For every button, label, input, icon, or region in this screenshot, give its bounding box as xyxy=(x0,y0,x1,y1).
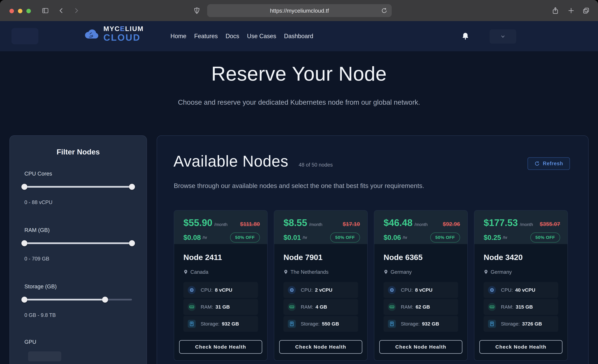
brand-wordmark: MYCELIUM CLOUD xyxy=(103,25,144,42)
node-name: Node 6365 xyxy=(383,253,458,262)
cpu-range-slider[interactable] xyxy=(25,183,132,190)
brand-logo[interactable]: MYCELIUM CLOUD xyxy=(84,25,144,42)
discount-badge: 50% OFF xyxy=(230,232,260,243)
location-pin-icon xyxy=(484,269,488,275)
monthly-price: $55.90 xyxy=(183,217,212,228)
spec-label: CPU: xyxy=(501,287,513,293)
shield-icon[interactable] xyxy=(192,6,201,15)
storage-icon xyxy=(288,320,296,328)
original-price: $92.96 xyxy=(443,221,460,227)
ram-spec-row: RAM: 315 GB xyxy=(484,299,558,315)
nav-link-home[interactable]: Home xyxy=(170,33,186,40)
cloud-brain-logo-icon xyxy=(84,26,100,42)
node-card[interactable]: $46.48 /month $92.96 $0.06 /hr 50% OFF N… xyxy=(374,210,468,361)
traffic-lights xyxy=(9,9,31,13)
per-hour-label: /hr xyxy=(202,235,207,240)
location-pin-icon xyxy=(383,269,388,275)
original-price: $355.07 xyxy=(540,221,560,227)
slider-handle-min[interactable] xyxy=(21,297,27,303)
spec-label: RAM: xyxy=(301,304,313,310)
node-card[interactable]: $8.55 /month $17.10 $0.01 /hr 50% OFF No… xyxy=(274,210,368,361)
node-location: Germany xyxy=(390,269,412,275)
cpu-icon xyxy=(488,286,496,294)
user-menu[interactable] xyxy=(490,29,516,44)
filter-range-text: 0 - 709 GB xyxy=(25,256,132,262)
nav-link-docs[interactable]: Docs xyxy=(225,33,239,40)
node-location: Canada xyxy=(190,269,208,275)
storage-icon xyxy=(388,320,396,328)
storage-range-slider[interactable] xyxy=(25,296,132,303)
monthly-price: $8.55 xyxy=(283,217,307,228)
hourly-price: $0.25 xyxy=(484,234,501,241)
hourly-price: $0.01 xyxy=(283,234,301,241)
node-card[interactable]: $55.90 /month $111.80 $0.08 /hr 50% OFF … xyxy=(174,210,267,361)
slider-handle-min[interactable] xyxy=(21,184,27,190)
filter-cpu-cores: CPU Cores 0 - 88 vCPU xyxy=(25,171,132,205)
forward-button[interactable] xyxy=(72,6,80,15)
check-node-health-button[interactable]: Check Node Health xyxy=(279,340,362,354)
check-node-health-button[interactable]: Check Node Health xyxy=(179,340,262,354)
location-pin-icon xyxy=(183,269,188,275)
ram-icon xyxy=(188,303,196,311)
spec-value: 8 vCPU xyxy=(415,287,432,293)
spec-value: 3726 GB xyxy=(522,321,542,327)
page-title: Reserve Your Node xyxy=(0,62,598,85)
spec-value: 62 GB xyxy=(415,304,430,310)
sidebar-toggle-icon[interactable] xyxy=(41,6,50,15)
discount-badge: 50% OFF xyxy=(530,232,560,243)
notification-bell-icon[interactable] xyxy=(461,32,469,41)
address-bar[interactable] xyxy=(207,4,392,17)
per-hour-label: /hr xyxy=(503,235,507,240)
ram-range-slider[interactable] xyxy=(25,240,132,247)
node-name: Node 3420 xyxy=(484,253,558,262)
nav-link-use-cases[interactable]: Use Cases xyxy=(247,33,276,40)
slider-handle-max[interactable] xyxy=(102,297,108,303)
url-input[interactable] xyxy=(207,8,377,14)
browser-window: MYCELIUM CLOUD Home Features Docs Use Ca… xyxy=(0,0,598,364)
minimize-button[interactable] xyxy=(18,9,22,13)
cpu-spec-row: CPU: 8 vCPU xyxy=(383,282,458,298)
close-button[interactable] xyxy=(9,9,14,13)
filter-gpu-label: GPU xyxy=(25,339,36,345)
back-button[interactable] xyxy=(57,6,66,15)
nav-link-dashboard[interactable]: Dashboard xyxy=(284,33,313,40)
spec-value: 31 GB xyxy=(216,304,230,310)
new-tab-icon[interactable] xyxy=(567,6,575,15)
node-card[interactable]: $177.53 /month $355.07 $0.25 /hr 50% OFF… xyxy=(474,210,568,361)
storage-icon xyxy=(188,320,196,328)
ram-spec-row: RAM: 31 GB xyxy=(183,299,258,315)
node-name: Node 7901 xyxy=(283,253,358,262)
filter-panel: Filter Nodes CPU Cores 0 - 88 vCPU RAM (… xyxy=(9,135,147,364)
tab-overview-icon[interactable] xyxy=(582,6,590,15)
check-node-health-button[interactable]: Check Node Health xyxy=(379,340,462,354)
storage-spec-row: Storage: 932 GB xyxy=(383,316,458,332)
cpu-spec-row: CPU: 8 vCPU xyxy=(183,282,258,298)
spec-label: Storage: xyxy=(301,321,319,327)
storage-spec-row: Storage: 3726 GB xyxy=(484,316,558,332)
share-icon[interactable] xyxy=(551,6,560,15)
slider-handle-min[interactable] xyxy=(21,240,27,246)
spec-value: 8 vCPU xyxy=(215,287,232,293)
monthly-price: $177.53 xyxy=(484,217,518,228)
ram-spec-row: RAM: 62 GB xyxy=(383,299,458,315)
pricing-header: $55.90 /month $111.80 $0.08 /hr 50% OFF xyxy=(174,211,267,244)
storage-icon xyxy=(488,320,496,328)
spec-value: 315 GB xyxy=(516,304,533,310)
gpu-control-partial[interactable] xyxy=(28,351,61,361)
site-navbar: MYCELIUM CLOUD Home Features Docs Use Ca… xyxy=(0,21,598,51)
refresh-button[interactable]: Refresh xyxy=(527,157,570,170)
slider-handle-max[interactable] xyxy=(129,184,135,190)
filter-label: CPU Cores xyxy=(25,171,132,177)
per-month-label: /month xyxy=(415,222,428,227)
cpu-spec-row: CPU: 2 vCPU xyxy=(283,282,358,298)
page-subtitle: Choose and reserve your dedicated Kubern… xyxy=(0,98,598,106)
zoom-button[interactable] xyxy=(26,9,31,13)
check-node-health-button[interactable]: Check Node Health xyxy=(479,340,563,354)
cpu-icon xyxy=(188,286,196,294)
original-price: $111.80 xyxy=(240,221,260,227)
original-price: $17.10 xyxy=(343,221,360,227)
reload-icon[interactable] xyxy=(377,7,392,14)
spec-label: RAM: xyxy=(501,304,513,310)
slider-handle-max[interactable] xyxy=(129,240,135,246)
nav-link-features[interactable]: Features xyxy=(194,33,218,40)
